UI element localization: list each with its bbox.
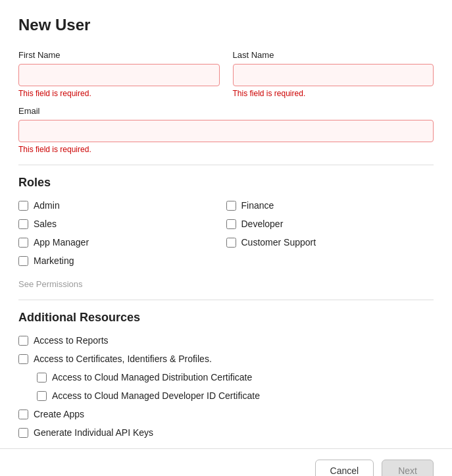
role-label: Sales [34,219,57,229]
additional-resource-label: Access to Reports [34,335,109,346]
roles-grid: AdminSalesApp ManagerMarketing FinanceDe… [18,200,434,266]
additional-resources-title: Additional Resources [18,311,434,325]
email-input[interactable] [18,120,434,142]
additional-resource-item: Generate Individual API Keys [18,427,434,438]
first-name-input[interactable] [18,64,220,86]
additional-checkbox-1[interactable] [18,354,28,364]
role-checkbox-right-1[interactable] [226,219,236,229]
cancel-button[interactable]: Cancel [315,460,374,476]
role-label: Admin [34,200,60,211]
first-name-group: First Name This field is required. [18,50,220,98]
page-title: New User [18,16,434,34]
role-left-item: Marketing [18,255,226,266]
next-button[interactable]: Next [382,460,434,476]
role-right-item: Finance [226,200,434,211]
main-content: New User First Name This field is requir… [0,0,452,448]
additional-checkbox-0[interactable] [18,336,28,346]
role-checkbox-left-1[interactable] [18,219,28,229]
roles-right-col: FinanceDeveloperCustomer Support [226,200,434,266]
additional-resource-item: Access to Cloud Managed Distribution Cer… [37,372,434,383]
additional-resource-label: Access to Certificates, Identifiers & Pr… [34,354,212,364]
roles-title: Roles [18,176,434,190]
additional-resource-label: Generate Individual API Keys [34,427,153,438]
role-checkbox-left-2[interactable] [18,238,28,248]
additional-resource-item: Access to Certificates, Identifiers & Pr… [18,354,434,364]
first-name-error: This field is required. [18,89,220,98]
additional-checkbox-3[interactable] [37,391,47,401]
role-checkbox-left-0[interactable] [18,201,28,211]
additional-checkbox-5[interactable] [18,428,28,438]
additional-resources-list: Access to ReportsAccess to Certificates,… [18,335,434,438]
last-name-group: Last Name This field is required. [233,50,434,98]
role-right-item: Developer [226,219,434,229]
role-label: Finance [241,200,274,211]
last-name-label: Last Name [233,50,434,60]
additional-resource-label: Access to Cloud Managed Developer ID Cer… [52,390,260,401]
additional-resource-item: Create Apps [18,409,434,419]
email-label: Email [18,106,434,116]
footer: Cancel Next [0,448,452,476]
role-checkbox-right-0[interactable] [226,201,236,211]
role-checkbox-left-3[interactable] [18,256,28,266]
role-left-item: App Manager [18,237,226,248]
see-permissions-link[interactable]: See Permissions [18,279,434,289]
role-checkbox-right-2[interactable] [226,238,236,248]
role-left-item: Admin [18,200,226,211]
additional-checkbox-2[interactable] [37,373,47,383]
additional-resources-section: Additional Resources Access to ReportsAc… [18,311,434,438]
email-error: This field is required. [18,145,434,154]
additional-resource-label: Access to Cloud Managed Distribution Cer… [52,372,252,383]
divider-2 [18,300,434,300]
name-row: First Name This field is required. Last … [18,50,434,103]
role-label: Marketing [34,255,74,266]
page-container: New User First Name This field is requir… [0,0,452,476]
roles-left-col: AdminSalesApp ManagerMarketing [18,200,226,266]
first-name-label: First Name [18,50,220,60]
additional-resource-label: Create Apps [34,409,84,419]
last-name-error: This field is required. [233,89,434,98]
additional-resource-item: Access to Reports [18,335,434,346]
additional-checkbox-4[interactable] [18,410,28,419]
role-label: Customer Support [241,237,316,248]
role-left-item: Sales [18,219,226,229]
role-label: Developer [241,219,284,229]
role-label: App Manager [34,237,89,248]
last-name-input[interactable] [233,64,434,86]
role-right-item: Customer Support [226,237,434,248]
additional-resource-item: Access to Cloud Managed Developer ID Cer… [37,390,434,401]
email-group: Email This field is required. [18,106,434,154]
divider-1 [18,165,434,165]
